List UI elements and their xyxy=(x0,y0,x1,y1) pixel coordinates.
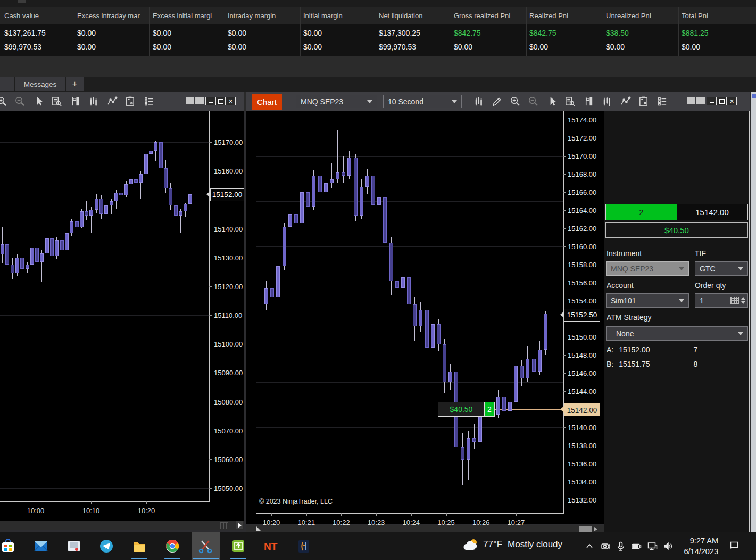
gridline xyxy=(256,427,563,428)
pane-button[interactable] xyxy=(186,97,194,104)
pointer-icon[interactable] xyxy=(545,94,559,108)
pencil-icon[interactable] xyxy=(490,94,504,108)
taskbar-snip-icon[interactable] xyxy=(196,537,215,556)
zoom-out-icon[interactable] xyxy=(527,94,541,108)
candle-wick xyxy=(121,185,121,198)
taskbar-journal-icon[interactable] xyxy=(294,537,313,556)
close-button[interactable]: × xyxy=(727,97,737,105)
order-entry-icon[interactable] xyxy=(68,94,82,108)
order-qty-box[interactable]: 2 xyxy=(485,402,495,417)
summary-header-cell[interactable]: Initial margin xyxy=(303,12,373,20)
taskbar-mail-icon[interactable] xyxy=(31,537,51,556)
pane-button[interactable] xyxy=(687,97,695,104)
order-qty-input[interactable]: 1 xyxy=(695,293,748,308)
add-tab-button[interactable]: + xyxy=(66,77,84,91)
chevron-down-icon xyxy=(679,299,684,302)
maximize-button[interactable] xyxy=(215,97,226,105)
snapshot-icon[interactable] xyxy=(637,94,651,108)
chart-bars-icon[interactable] xyxy=(600,94,614,108)
running-app-indicator xyxy=(131,558,147,559)
price-marker: 15152.50 xyxy=(564,309,600,322)
zoom-in-icon[interactable] xyxy=(0,94,9,108)
data-box-icon[interactable] xyxy=(563,94,577,108)
order-qty-label: Order qty xyxy=(695,281,726,290)
pointer-icon[interactable] xyxy=(31,94,45,108)
scroll-right-button[interactable] xyxy=(236,521,243,529)
taskbar-folder-icon[interactable] xyxy=(130,537,149,556)
instrument-select[interactable]: MNQ SEP23 xyxy=(606,261,689,276)
chart-bars-icon[interactable] xyxy=(87,94,101,108)
instrument-dropdown[interactable]: MNQ SEP23 xyxy=(296,95,377,108)
calculator-icon[interactable] xyxy=(730,297,739,304)
indicators-icon[interactable] xyxy=(142,94,155,108)
summary-column-separator xyxy=(451,7,451,56)
candle-up xyxy=(80,211,84,227)
adjacent-window-edge xyxy=(751,92,756,534)
tab-messages[interactable]: Messages xyxy=(15,77,65,91)
summary-header-cell[interactable]: Total PnL xyxy=(682,12,752,20)
weather-icon[interactable] xyxy=(462,537,481,556)
order-profit-box[interactable]: $40.50 xyxy=(438,402,485,417)
account-select[interactable]: Sim101 xyxy=(606,293,689,308)
summary-header-cell[interactable]: Unrealized PnL xyxy=(606,12,676,20)
drawing-icon[interactable] xyxy=(105,94,119,108)
camera-icon[interactable] xyxy=(600,541,612,553)
notification-icon[interactable] xyxy=(729,540,742,553)
period-dropdown[interactable]: 10 Second xyxy=(383,95,462,108)
left-chart-scrollbar[interactable] xyxy=(0,521,244,530)
spinner-down-icon[interactable] xyxy=(741,301,745,304)
qty-spinner[interactable] xyxy=(741,297,745,304)
summary-header-cell[interactable]: Excess initial margi xyxy=(153,12,223,20)
left-chart-plot[interactable]: 15170.0015160.0015140.0015130.0015120.00… xyxy=(0,111,244,521)
tab-stub[interactable] xyxy=(0,77,14,91)
speaker-icon[interactable] xyxy=(663,541,675,553)
gridline xyxy=(0,431,209,431)
minimize-button[interactable] xyxy=(707,97,717,105)
taskbar-screenshot-icon[interactable] xyxy=(64,537,84,556)
battery-icon[interactable] xyxy=(631,541,643,553)
summary-header-cell[interactable]: Cash value xyxy=(4,12,74,20)
taskbar-store-icon[interactable] xyxy=(0,537,18,556)
network-icon[interactable] xyxy=(647,541,659,553)
candle-down xyxy=(294,214,298,223)
chevron-up-icon[interactable] xyxy=(584,541,596,553)
candle-up xyxy=(65,233,69,251)
scrollbar-handle[interactable] xyxy=(579,526,592,532)
taskbar-clock[interactable]: 9:27 AM6/14/2023 xyxy=(681,536,718,557)
microphone-icon[interactable] xyxy=(616,541,627,553)
summary-header-cell[interactable]: Net liquidation xyxy=(379,12,449,20)
tif-select[interactable]: GTC xyxy=(695,261,748,276)
summary-header-cell[interactable]: Gross realized PnL xyxy=(454,12,524,20)
axis-tick xyxy=(306,513,307,516)
candle-up xyxy=(104,205,108,214)
summary-header-cell[interactable]: Realized PnL xyxy=(529,12,600,20)
zoom-out-icon[interactable] xyxy=(13,94,27,108)
chart-style-icon[interactable] xyxy=(471,94,485,108)
taskbar-telegram-icon[interactable] xyxy=(97,537,116,556)
summary-header-cell[interactable]: Intraday margin xyxy=(228,12,298,20)
zoom-in-icon[interactable] xyxy=(508,94,522,108)
minimize-button[interactable] xyxy=(205,97,215,105)
order-entry-icon[interactable] xyxy=(581,94,595,108)
candle-up xyxy=(330,179,334,183)
taskbar-chrome-icon[interactable] xyxy=(163,537,182,556)
data-box-icon[interactable] xyxy=(50,94,64,108)
snapshot-icon[interactable] xyxy=(123,94,137,108)
tab-chart[interactable]: Chart xyxy=(252,94,282,110)
weather-text[interactable]: 77°FMostly cloudy xyxy=(483,539,562,550)
drawing-icon[interactable] xyxy=(618,94,632,108)
resize-grip-icon[interactable] xyxy=(256,526,261,531)
close-button[interactable]: × xyxy=(226,97,236,105)
taskbar-sharex-icon[interactable] xyxy=(229,537,248,556)
taskbar-ninjatrader-icon[interactable]: NT xyxy=(261,537,280,556)
atm-strategy-select[interactable]: None xyxy=(606,326,748,341)
pane-button[interactable] xyxy=(195,97,204,104)
price-marker-arrow xyxy=(560,311,564,318)
spinner-up-icon[interactable] xyxy=(741,297,745,300)
summary-header-cell[interactable]: Excess intraday mar xyxy=(77,12,147,20)
pane-button[interactable] xyxy=(696,97,705,104)
maximize-button[interactable] xyxy=(717,97,727,105)
account-label: Account xyxy=(607,281,634,290)
summary-value-cell: $0.00 xyxy=(454,43,472,51)
indicators-icon[interactable] xyxy=(655,94,669,108)
